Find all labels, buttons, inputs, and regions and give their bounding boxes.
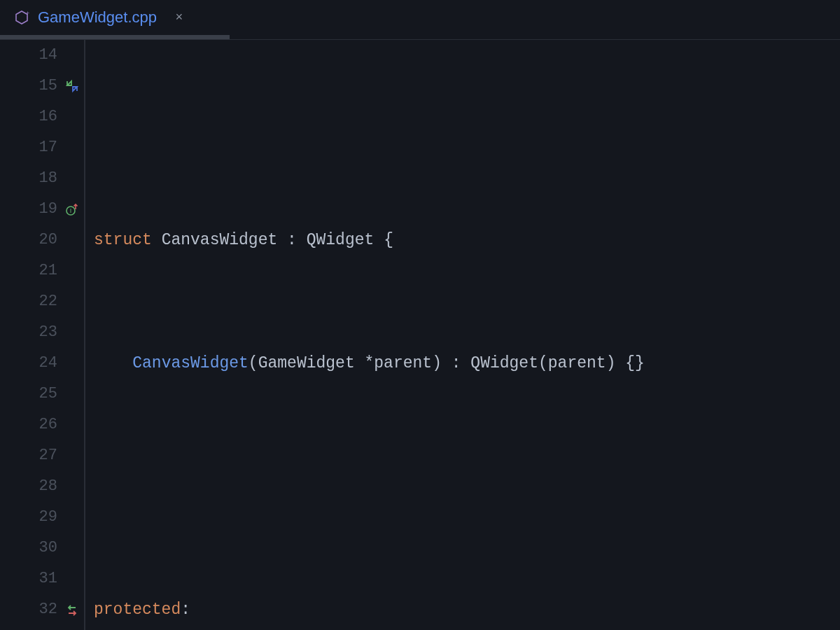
code-line[interactable]: [94, 102, 760, 132]
gutter-row[interactable]: 20: [0, 225, 84, 255]
close-icon[interactable]: ×: [172, 10, 186, 24]
gutter-row[interactable]: 31: [0, 564, 84, 594]
editor-tab[interactable]: + GameWidget.cpp ×: [0, 0, 199, 34]
code-line[interactable]: protected:: [94, 594, 760, 625]
gutter-row[interactable]: 16: [0, 102, 84, 132]
code-line[interactable]: CanvasWidget(GameWidget *parent) : QWidg…: [94, 348, 760, 379]
gutter-row[interactable]: 29: [0, 502, 84, 533]
override-up-icon[interactable]: I: [64, 202, 80, 217]
tab-filename: GameWidget.cpp: [38, 8, 157, 27]
code-editor[interactable]: 14 15 16 17 18 19 I 20 21: [0, 40, 840, 630]
horizontal-scroll-thumb[interactable]: [0, 35, 230, 39]
diff-arrows-icon[interactable]: [64, 602, 80, 617]
expand-icon[interactable]: [64, 78, 80, 94]
horizontal-scroll-track[interactable]: [0, 35, 840, 39]
gutter-row[interactable]: 26: [0, 410, 84, 440]
gutter-row[interactable]: 15: [0, 71, 84, 102]
cpp-file-icon: +: [14, 10, 29, 25]
gutter-row[interactable]: 25: [0, 379, 84, 410]
gutter-row[interactable]: 30: [0, 533, 84, 564]
gutter-row[interactable]: 17: [0, 132, 84, 163]
gutter-row[interactable]: 14: [0, 40, 84, 71]
gutter-row[interactable]: 24: [0, 348, 84, 379]
gutter-row[interactable]: 21: [0, 255, 84, 286]
svg-text:I: I: [70, 207, 72, 214]
gutter: 14 15 16 17 18 19 I 20 21: [0, 40, 85, 630]
gutter-row[interactable]: 23: [0, 317, 84, 348]
gutter-row[interactable]: 28: [0, 471, 84, 502]
gutter-row[interactable]: 27: [0, 440, 84, 471]
editor-tab-bar: + GameWidget.cpp ×: [0, 0, 840, 35]
gutter-row[interactable]: 19 I: [0, 194, 84, 225]
gutter-row[interactable]: 22: [0, 286, 84, 317]
code-area[interactable]: struct CanvasWidget : QWidget { CanvasWi…: [85, 40, 760, 630]
code-line[interactable]: struct CanvasWidget : QWidget {: [94, 225, 760, 255]
gutter-row[interactable]: 32: [0, 594, 84, 625]
gutter-row[interactable]: 18: [0, 163, 84, 194]
svg-text:+: +: [26, 10, 29, 17]
code-line[interactable]: [94, 471, 760, 502]
